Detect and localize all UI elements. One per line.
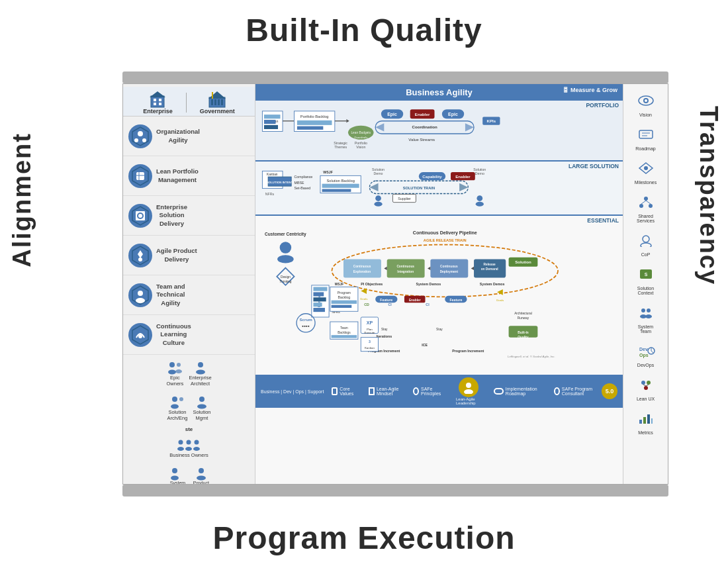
solution-context-icon: S: [635, 263, 657, 285]
svg-text:ICE: ICE: [422, 343, 428, 347]
svg-text:CI: CI: [426, 303, 430, 307]
svg-marker-202: [497, 289, 503, 295]
svg-point-213: [644, 166, 648, 170]
svg-text:Set-Based: Set-Based: [295, 186, 311, 190]
large-solution-diagram: Kanban SOLUTION INTENT NFRs Compliance M…: [259, 164, 619, 210]
competency-continuous-learning: ContinuousLearningCulture: [123, 315, 255, 355]
svg-text:Kanban: Kanban: [267, 173, 278, 176]
svg-text:Capability: Capability: [422, 174, 442, 179]
ste-label: ste: [127, 426, 251, 432]
portfolio-diagram: Kanban Portfolio Backlog Lean Budgets: [259, 103, 619, 155]
svg-rect-102: [322, 189, 351, 192]
sidebar-milestones: Milestones: [625, 156, 666, 187]
enterprise-architect-icon: [192, 360, 209, 375]
safe-principles-item: SAFe Principles: [413, 387, 443, 396]
government-item: Government: [200, 91, 235, 115]
svg-marker-11: [208, 91, 226, 99]
org-agility-icon: [128, 124, 152, 148]
svg-text:Execute: Execute: [365, 331, 375, 334]
svg-text:●●●●: ●●●●: [302, 324, 310, 328]
svg-text:Strategic: Strategic: [334, 141, 347, 145]
svg-text:S: S: [644, 272, 647, 277]
svg-text:Lean Budgets: Lean Budgets: [351, 131, 371, 134]
svg-text:XP: XP: [367, 320, 373, 325]
svg-text:SOLUTION TRAIN: SOLUTION TRAIN: [403, 186, 435, 190]
svg-point-34: [168, 370, 176, 375]
solution-arch-icon: [169, 395, 186, 409]
svg-text:Integration: Integration: [397, 270, 414, 273]
svg-point-47: [185, 447, 192, 451]
svg-marker-143: [428, 267, 430, 270]
portfolio-section: PORTFOLIO Kanban Portfolio Backlog: [255, 101, 623, 162]
sidebar-lean-ux: Lean UX: [625, 372, 666, 403]
svg-text:Team: Team: [340, 326, 348, 330]
enterprise-icon: [148, 91, 167, 108]
continuous-learning-icon: [128, 323, 152, 347]
svg-text:Compliance: Compliance: [295, 175, 313, 179]
side-label-transparency: Transparency: [694, 106, 723, 285]
svg-point-123: [277, 255, 294, 263]
bottom-bar-items: Core Values Lean-Agile Mindset SAFe Prin…: [332, 377, 594, 405]
svg-point-44: [179, 440, 183, 445]
roles-row-2: SolutionArch/Eng SolutionMgmt: [127, 392, 251, 424]
center-diagram: Business Agility 🎛 Measure & Grow PORTFO…: [255, 84, 623, 484]
svg-rect-148: [313, 292, 324, 296]
svg-point-118: [374, 202, 382, 207]
svg-point-208: [645, 99, 647, 102]
core-values-item: Core Values: [332, 387, 355, 396]
svg-text:3: 3: [369, 340, 371, 344]
svg-point-117: [375, 195, 381, 201]
svg-text:CI: CI: [388, 303, 392, 307]
svg-text:Continuous Delivery Pipeline: Continuous Delivery Pipeline: [413, 230, 477, 236]
measure-grow: 🎛 Measure & Grow: [563, 87, 617, 93]
enterprise-architect-role: EnterpriseArchitect: [189, 360, 211, 387]
svg-point-39: [172, 397, 177, 402]
svg-text:Iterations: Iterations: [376, 334, 392, 338]
svg-text:Backlog: Backlog: [338, 295, 351, 299]
svg-text:Portfolio: Portfolio: [355, 141, 367, 145]
large-solution-label: LARGE SOLUTION: [569, 163, 619, 169]
svg-text:Continuous: Continuous: [353, 265, 371, 268]
svg-text:Goals: Goals: [360, 297, 368, 301]
team-technical-label: Team andTechnicalAgility: [156, 283, 185, 307]
svg-rect-4: [159, 103, 161, 105]
business-owners-icon: [176, 438, 201, 452]
svg-point-42: [199, 397, 205, 402]
svg-rect-9: [218, 99, 220, 105]
competency-enterprise-solution: EnterpriseSolutionDelivery: [123, 196, 255, 236]
sidebar-metrics: Metrics: [625, 406, 666, 437]
svg-point-27: [138, 258, 142, 261]
essential-diagram: Customer Centricity Design Thinking Cont…: [259, 218, 619, 370]
team-technical-icon: [128, 283, 152, 307]
enterprise-gov-header: Enterprise Government: [123, 87, 255, 117]
svg-text:CD: CD: [364, 303, 369, 307]
enterprise-solution-label: EnterpriseSolutionDelivery: [156, 203, 187, 228]
svg-text:Scrum: Scrum: [300, 317, 313, 322]
right-sidebar: Vision Roadmap Milestones SharedServices…: [623, 84, 668, 484]
svg-text:WSJF: WSJF: [323, 170, 333, 174]
svg-rect-238: [651, 418, 653, 424]
svg-text:Feature: Feature: [449, 298, 462, 302]
lean-agile-leadership-icon: [459, 377, 478, 397]
svg-point-216: [649, 204, 653, 208]
safe-consultant-icon: [554, 387, 560, 395]
svg-rect-151: [313, 308, 325, 312]
devops-icon: Dev Ops: [635, 340, 657, 361]
svg-text:Architectural: Architectural: [514, 312, 532, 315]
svg-point-45: [177, 447, 184, 451]
competency-team-technical: Team andTechnicalAgility: [123, 275, 255, 315]
agile-product-label: Agile ProductDelivery: [156, 247, 197, 263]
svg-text:Built-In: Built-In: [518, 331, 529, 334]
svg-text:Deployment: Deployment: [440, 270, 459, 273]
svg-text:Epic: Epic: [448, 112, 458, 117]
metrics-icon: [635, 408, 657, 429]
svg-text:SOLUTION INTENT: SOLUTION INTENT: [267, 181, 293, 184]
svg-point-49: [193, 447, 200, 451]
svg-point-230: [641, 381, 645, 385]
sidebar-system-team: SystemTeam: [625, 300, 666, 336]
safe-principles-label: SAFe Principles: [421, 387, 443, 396]
sidebar-devops: Dev Ops DevOps: [625, 338, 666, 369]
svg-text:Solution: Solution: [372, 167, 385, 171]
shared-services-icon: [635, 191, 657, 213]
svg-rect-158: [332, 305, 352, 308]
